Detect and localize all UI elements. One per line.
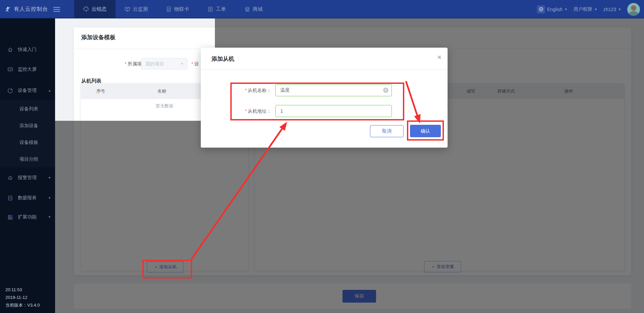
tab-cloud-monitor[interactable]: 云监测 <box>116 0 157 18</box>
nav-tabs: 云组态 云监测 物联卡 工单 商城 <box>74 0 272 18</box>
sidebar-item-quickstart[interactable]: 快速入门 <box>0 42 55 57</box>
sidebar-item-alarm-management[interactable]: 报警管理 ▼ <box>0 170 55 186</box>
slave-address-label: *从机地址： <box>231 105 271 117</box>
project-select[interactable]: 我的项目 ▼ <box>141 58 187 69</box>
chevron-down-icon: ▼ <box>48 176 51 179</box>
modal-mask-bottom <box>55 121 215 313</box>
confirm-button[interactable]: 确认 <box>410 125 441 137</box>
language-label: English <box>547 7 562 12</box>
usr-logo-icon <box>5 6 10 12</box>
top-nav: 有人云控制台 云组态 云监测 物联卡 工单 商城 <box>0 0 644 18</box>
required-mark: * <box>245 108 247 114</box>
slave-name-label: *从机名称： <box>231 84 271 96</box>
page-title: 添加设备模板 <box>81 34 116 41</box>
slave-address-row: *从机地址： <box>201 105 448 117</box>
label-text: 从机名称： <box>248 88 271 93</box>
chevron-down-icon: ▼ <box>48 196 51 200</box>
permission-label: 用户权限 <box>573 6 592 12</box>
language-selector[interactable]: English ▼ <box>537 5 567 13</box>
tab-label: 物联卡 <box>174 6 189 12</box>
slave-address-input[interactable] <box>275 105 392 117</box>
modal-title: 添加从机 <box>212 55 234 63</box>
tab-work-order[interactable]: 工单 <box>198 0 235 18</box>
template-name-label-partial: *设 <box>191 58 199 70</box>
avatar[interactable] <box>627 3 640 16</box>
tab-store[interactable]: 商城 <box>235 0 272 18</box>
pie-chart-icon <box>7 88 13 94</box>
chevron-down-icon: ▼ <box>594 8 597 11</box>
cloud-icon <box>83 6 89 12</box>
sidebar-item-label: 扩展功能 <box>18 214 37 220</box>
sidebar-item-data-report[interactable]: 数据报表 ▼ <box>0 190 55 206</box>
required-mark: * <box>191 61 193 66</box>
clock-date: 2019-11-12 <box>5 294 40 301</box>
sidebar-item-extensions[interactable]: 扩展功能 ▼ <box>0 209 55 225</box>
home-icon <box>7 47 13 53</box>
slave-name-input[interactable] <box>275 84 392 96</box>
username-label: zh123 <box>603 7 616 12</box>
sidebar-item-label: 数据报表 <box>18 195 37 201</box>
tab-label: 工单 <box>216 6 226 12</box>
brand-title: 有人云控制台 <box>14 6 48 13</box>
extensions-grid-icon <box>7 214 13 220</box>
globe-icon <box>537 5 545 13</box>
menu-toggle-icon[interactable] <box>53 7 60 12</box>
user-menu[interactable]: zh123 ▼ <box>603 7 621 12</box>
sidebar-subitem-add-device[interactable]: 添加设备 <box>0 117 55 134</box>
sidebar-subitem-device-template[interactable]: 设备模板 <box>0 134 55 151</box>
alarm-bell-icon <box>7 175 13 181</box>
label-text: 设 <box>194 61 199 66</box>
report-icon <box>7 195 13 201</box>
sidebar-item-dashboard[interactable]: 监控大屏 <box>0 62 55 77</box>
work-order-icon <box>208 6 213 12</box>
app-window: 有人云控制台 云组态 云监测 物联卡 工单 商城 <box>0 0 644 313</box>
sim-card-icon <box>166 6 172 12</box>
tab-iot-card[interactable]: 物联卡 <box>157 0 198 18</box>
label-text: 从机地址： <box>248 108 271 114</box>
tab-label: 云监测 <box>133 6 148 12</box>
modal-header: 添加从机 × <box>201 48 448 69</box>
main-content: 添加设备模板 *所属项目： 我的项目 ▼ *设 从机列表 序号 名 <box>55 18 644 313</box>
col-index: 序号 <box>96 84 105 99</box>
add-slave-modal: 添加从机 × *从机名称： ✕ *从机地址： 取消 确认 <box>201 48 448 148</box>
subitem-label: 项目分组 <box>19 156 38 162</box>
sidebar-footer: 20:11:53 2019-11-12 当前版本：V3.4.0 <box>5 286 40 309</box>
slave-name-row: *从机名称： ✕ <box>201 84 448 96</box>
required-mark: * <box>245 88 247 93</box>
monitor-chart-icon <box>125 6 130 12</box>
chevron-up-icon: ▲ <box>48 89 51 92</box>
sidebar: 快速入门 监控大屏 设备管理 ▲ 设备列表 添加设备 设备模板 项目分组 报警管… <box>0 18 55 313</box>
sidebar-item-label: 设备管理 <box>18 88 37 94</box>
store-icon <box>244 6 250 12</box>
sidebar-item-label: 监控大屏 <box>18 66 37 72</box>
sidebar-item-label: 报警管理 <box>18 175 37 181</box>
device-management-submenu: 设备列表 添加设备 设备模板 项目分组 <box>0 100 55 167</box>
tab-label: 云组态 <box>92 6 107 12</box>
chevron-down-icon: ▼ <box>181 58 184 69</box>
sidebar-item-device-management[interactable]: 设备管理 ▲ <box>0 83 55 98</box>
nav-right: English ▼ 用户权限 ▼ zh123 ▼ <box>537 0 640 18</box>
required-mark: * <box>125 61 127 66</box>
big-screen-icon <box>7 67 13 72</box>
version-label: 当前版本：V3.4.0 <box>5 301 40 309</box>
chevron-down-icon: ▼ <box>48 215 51 219</box>
select-value: 我的项目 <box>145 61 164 66</box>
close-icon[interactable]: × <box>437 54 442 61</box>
subitem-label: 添加设备 <box>19 123 38 128</box>
tab-label: 商城 <box>253 6 263 12</box>
subitem-label: 设备模板 <box>19 140 38 145</box>
subitem-label: 设备列表 <box>19 106 38 111</box>
sidebar-subitem-project-group[interactable]: 项目分组 <box>0 151 55 167</box>
clock-time: 20:11:53 <box>5 286 40 294</box>
permission-menu[interactable]: 用户权限 ▼ <box>573 6 597 12</box>
clear-input-icon[interactable]: ✕ <box>383 88 388 93</box>
cancel-button[interactable]: 取消 <box>370 125 404 137</box>
tab-cloud-scada[interactable]: 云组态 <box>74 0 116 18</box>
sidebar-subitem-device-list[interactable]: 设备列表 <box>0 100 55 117</box>
brand: 有人云控制台 <box>5 0 60 18</box>
chevron-down-icon: ▼ <box>564 8 567 11</box>
sidebar-item-label: 快速入门 <box>18 47 37 53</box>
chevron-down-icon: ▼ <box>618 8 621 11</box>
col-name: 名称 <box>157 84 166 99</box>
